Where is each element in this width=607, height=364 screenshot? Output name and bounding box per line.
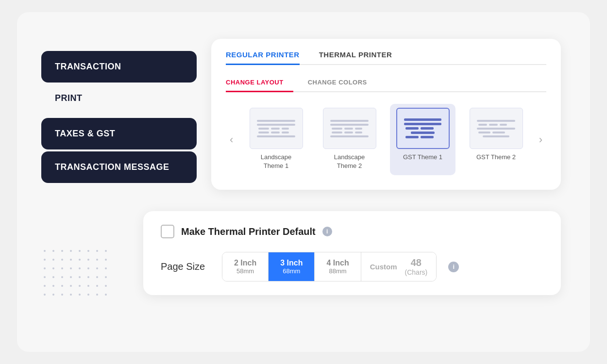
- dot: [105, 285, 107, 287]
- dot: [79, 276, 81, 278]
- theme-landscape1[interactable]: LandscapeTheme 1: [243, 104, 309, 175]
- size-option-4inch[interactable]: 4 Inch 88mm: [315, 252, 361, 281]
- dot: [52, 285, 54, 287]
- dot: [44, 250, 46, 252]
- printer-card: REGULAR PRINTER THERMAL PRINTER CHANGE L…: [211, 39, 561, 190]
- theme-gst2[interactable]: GST Theme 2: [463, 104, 529, 175]
- theme-preview-landscape1: [250, 108, 303, 149]
- thermal-header: Make Thermal Printer Default i: [161, 225, 543, 238]
- dot: [79, 294, 81, 296]
- sidebar-item-label: TRANSACTION: [55, 62, 121, 71]
- themes-list: LandscapeTheme 1: [237, 104, 535, 175]
- dot: [79, 259, 81, 261]
- sidebar-item-transaction[interactable]: TRANSACTION: [41, 51, 197, 83]
- sidebar: TRANSACTION PRINT TAXES & GST TRANSACTIO…: [41, 51, 197, 183]
- carousel-next-button[interactable]: ›: [535, 133, 546, 146]
- dot: [70, 250, 72, 252]
- size-option-custom[interactable]: Custom 48 (Chars): [361, 252, 437, 281]
- dot: [52, 259, 54, 261]
- dot: [52, 250, 54, 252]
- dot: [105, 294, 107, 296]
- theme-landscape2[interactable]: LandscapeTheme 2: [317, 104, 382, 175]
- sidebar-item-label: TAXES & GST: [55, 129, 115, 138]
- thermal-default-card: Make Thermal Printer Default i Page Size…: [143, 211, 561, 295]
- dot: [87, 259, 89, 261]
- dot: [52, 294, 54, 296]
- theme-label-gst2: GST Theme 2: [476, 153, 516, 162]
- sidebar-item-label: PRINT: [55, 93, 83, 103]
- dot: [87, 294, 89, 296]
- sidebar-item-print[interactable]: PRINT: [41, 83, 197, 114]
- custom-chars-label: (Chars): [405, 268, 428, 276]
- theme-preview-landscape2: [323, 108, 376, 149]
- layout-tabs: CHANGE LAYOUT CHANGE COLORS: [226, 75, 546, 92]
- tab-change-colors[interactable]: CHANGE COLORS: [308, 75, 377, 92]
- dot: [52, 267, 54, 269]
- page-size-row: Page Size 2 Inch 58mm 3 Inch 68mm 4 Inch…: [161, 252, 543, 281]
- dot: [61, 259, 63, 261]
- dot: [79, 285, 81, 287]
- dot: [61, 276, 63, 278]
- theme-label-gst1: GST Theme 1: [403, 153, 442, 162]
- dot: [44, 285, 46, 287]
- dot: [61, 285, 63, 287]
- dot: [44, 294, 46, 296]
- custom-chars-number: 48: [411, 257, 422, 268]
- dot: [96, 259, 98, 261]
- thermal-info-icon[interactable]: i: [322, 227, 332, 236]
- size-option-2inch[interactable]: 2 Inch 58mm: [222, 252, 269, 281]
- dot: [61, 267, 63, 269]
- sidebar-item-label: TRANSACTION MESSAGE: [55, 162, 169, 172]
- dot: [61, 294, 63, 296]
- dot: [70, 294, 72, 296]
- tab-thermal-printer[interactable]: THERMAL PRINTER: [319, 50, 392, 65]
- theme-label-landscape2: LandscapeTheme 2: [334, 153, 365, 170]
- thermal-default-title: Make Thermal Printer Default: [181, 226, 316, 237]
- size-bottom-4inch: 88mm: [329, 267, 347, 275]
- theme-preview-gst1: [396, 108, 450, 149]
- dot: [79, 250, 81, 252]
- dot: [61, 250, 63, 252]
- dot: [70, 276, 72, 278]
- printer-tabs: REGULAR PRINTER THERMAL PRINTER: [226, 50, 546, 65]
- tab-regular-printer[interactable]: REGULAR PRINTER: [226, 50, 300, 65]
- dot: [52, 276, 54, 278]
- dot: [44, 267, 46, 269]
- dot: [96, 250, 98, 252]
- dot: [96, 267, 98, 269]
- dot: [70, 267, 72, 269]
- sidebar-item-taxes[interactable]: TAXES & GST: [41, 118, 197, 149]
- size-bottom-3inch: 68mm: [283, 267, 300, 275]
- dot: [87, 276, 89, 278]
- tab-change-layout[interactable]: CHANGE LAYOUT: [226, 75, 293, 92]
- dot: [44, 259, 46, 261]
- size-info-icon[interactable]: i: [448, 262, 459, 272]
- dot: [70, 285, 72, 287]
- dot: [105, 259, 107, 261]
- themes-row: ‹: [226, 104, 546, 175]
- theme-gst1[interactable]: GST Theme 1: [390, 104, 455, 175]
- dot: [105, 250, 107, 252]
- custom-top-label: Custom: [370, 263, 397, 271]
- size-options: 2 Inch 58mm 3 Inch 68mm 4 Inch 88mm Cust…: [222, 252, 437, 281]
- dot: [44, 276, 46, 278]
- dots-decoration: // Will generate via JS below: [44, 250, 110, 298]
- size-top-4inch: 4 Inch: [326, 259, 349, 267]
- dot: [105, 276, 107, 278]
- size-option-3inch[interactable]: 3 Inch 68mm: [269, 252, 315, 281]
- dot: [79, 267, 81, 269]
- dot: [96, 294, 98, 296]
- dot: [70, 259, 72, 261]
- dot: [96, 285, 98, 287]
- thermal-default-checkbox[interactable]: [161, 225, 174, 238]
- dot: [96, 276, 98, 278]
- dot: [87, 250, 89, 252]
- dot: [87, 267, 89, 269]
- sidebar-item-transaction-message[interactable]: TRANSACTION MESSAGE: [41, 151, 197, 183]
- dot: [87, 285, 89, 287]
- carousel-prev-button[interactable]: ‹: [226, 133, 237, 146]
- size-top-2inch: 2 Inch: [234, 259, 256, 267]
- theme-label-landscape1: LandscapeTheme 1: [261, 153, 292, 170]
- page-size-label: Page Size: [161, 261, 214, 272]
- dot: [105, 267, 107, 269]
